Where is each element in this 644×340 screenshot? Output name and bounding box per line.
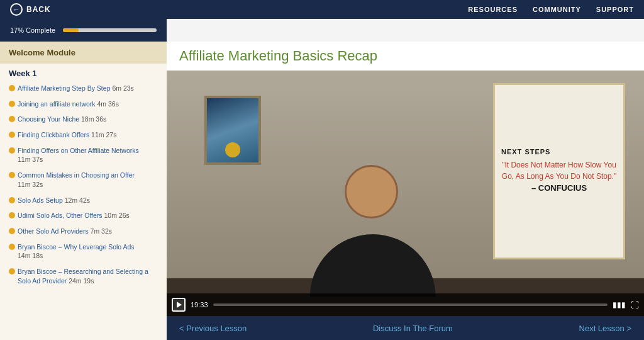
lesson-dot-icon (9, 244, 15, 250)
progress-row: 17% Complete (0, 19, 167, 42)
bottom-bar: < Previous Lesson Discuss In The Forum N… (167, 316, 644, 340)
whiteboard-attribution: – CONFUCIUS (531, 183, 587, 193)
list-item[interactable]: Solo Ads Setup 12m 42s (0, 193, 167, 208)
prev-lesson-button[interactable]: < Previous Lesson (179, 324, 247, 333)
list-item[interactable]: Joining an affiliate network 4m 36s (0, 96, 167, 112)
person-head (345, 165, 398, 218)
lesson-duration: 6m 23s (112, 84, 133, 92)
back-label: BACK (26, 5, 51, 14)
lesson-title: Finding Offers on Other Affiliate Networ… (18, 147, 139, 154)
lesson-title: Bryan Biscoe – Why Leverage Solo Ads (18, 243, 135, 251)
list-item[interactable]: Affiliate Marketing Step By Step 6m 23s (0, 81, 167, 96)
discuss-forum-button[interactable]: Discuss In The Forum (373, 324, 453, 333)
play-icon (177, 302, 182, 308)
lesson-title: Solo Ads Setup (18, 196, 63, 204)
sidebar: Welcome Module Week 1 Affiliate Marketin… (0, 42, 167, 340)
lesson-title: Common Mistakes in Choosing an Offer (18, 171, 135, 179)
artwork-inner (207, 98, 258, 162)
lesson-title: Finding Clickbank Offers (18, 131, 89, 139)
next-lesson-button[interactable]: Next Lesson > (579, 324, 631, 333)
lesson-title: Affiliate Marketing Step By Step (18, 84, 110, 92)
lesson-duration: 14m 18s (18, 252, 43, 259)
artwork-circle (225, 142, 240, 157)
signal-icon: ▮▮▮ (613, 300, 626, 309)
list-item[interactable]: Udimi Solo Ads, Other Offers 10m 26s (0, 208, 167, 224)
nav-resources[interactable]: RESOURCES (468, 6, 518, 13)
lesson-dot-icon (9, 212, 15, 218)
video-scene: NEXT STEPS "It Does Not Matter How Slow … (167, 71, 644, 316)
back-circle-icon: ← (10, 3, 23, 16)
lesson-dot-icon (9, 268, 15, 275)
lesson-duration: 4m 36s (97, 100, 118, 108)
nav-support[interactable]: SUPPORT (596, 6, 634, 13)
progress-fill (63, 28, 79, 32)
video-progress-bar[interactable] (213, 303, 608, 306)
lesson-duration: 7m 32s (91, 227, 112, 235)
nav-community[interactable]: COMMUNITY (533, 6, 581, 13)
module-header: Welcome Module (0, 42, 167, 64)
list-item[interactable]: Finding Clickbank Offers 11m 27s (0, 127, 167, 143)
lesson-dot-icon (9, 132, 15, 138)
lesson-duration: 11m 37s (18, 156, 43, 163)
content-area: Affiliate Marketing Basics Recap (167, 42, 644, 340)
play-button[interactable] (172, 298, 186, 312)
whiteboard-quote: "It Does Not Matter How Slow You Go, As … (501, 159, 617, 195)
video-container: NEXT STEPS "It Does Not Matter How Slow … (167, 71, 644, 316)
lesson-duration: 12m 42s (65, 196, 90, 204)
lesson-duration: 24m 19s (69, 277, 94, 285)
whiteboard-header: NEXT STEPS (501, 148, 617, 156)
lesson-dot-icon (9, 147, 15, 154)
expand-icon[interactable]: ⛶ (631, 300, 639, 310)
lesson-dot-icon (9, 172, 15, 178)
week-header: Week 1 (0, 64, 167, 81)
progress-track (63, 28, 157, 32)
lesson-dot-icon (9, 116, 15, 122)
back-button[interactable]: ← BACK (10, 3, 51, 16)
lesson-dot-icon (9, 101, 15, 107)
content-title: Affiliate Marketing Basics Recap (167, 42, 644, 71)
list-item[interactable]: Choosing Your Niche 18m 36s (0, 111, 167, 127)
video-whiteboard: NEXT STEPS "It Does Not Matter How Slow … (493, 83, 625, 259)
lesson-title: Choosing Your Niche (18, 115, 79, 123)
lesson-dot-icon (9, 85, 15, 91)
lesson-duration: 11m 32s (18, 181, 43, 188)
progress-label: 17% Complete (10, 26, 55, 34)
lesson-duration: 18m 36s (81, 115, 106, 123)
main-layout: Welcome Module Week 1 Affiliate Marketin… (0, 42, 644, 340)
video-artwork (204, 96, 261, 165)
lesson-duration: 11m 27s (91, 131, 116, 139)
lesson-duration: 10m 26s (104, 212, 130, 219)
video-timestamp: 19:33 (191, 301, 208, 309)
list-item[interactable]: Bryan Biscoe – Researching and Selecting… (0, 264, 167, 288)
list-item[interactable]: Finding Offers on Other Affiliate Networ… (0, 143, 167, 167)
lesson-dot-icon (9, 197, 15, 203)
list-item[interactable]: Bryan Biscoe – Why Leverage Solo Ads 14m… (0, 239, 167, 264)
header: ← BACK RESOURCES COMMUNITY SUPPORT (0, 0, 644, 19)
list-item[interactable]: Other Solo Ad Providers 7m 32s (0, 224, 167, 239)
lesson-title: Udimi Solo Ads, Other Offers (18, 212, 103, 219)
header-nav: RESOURCES COMMUNITY SUPPORT (468, 6, 634, 13)
lesson-title: Other Solo Ad Providers (18, 227, 89, 235)
lesson-title: Joining an affiliate network (18, 100, 96, 108)
video-controls: 19:33 ▮▮▮ ⛶ (167, 293, 644, 316)
lesson-dot-icon (9, 228, 15, 234)
list-item[interactable]: Common Mistakes in Choosing an Offer 11m… (0, 167, 167, 192)
